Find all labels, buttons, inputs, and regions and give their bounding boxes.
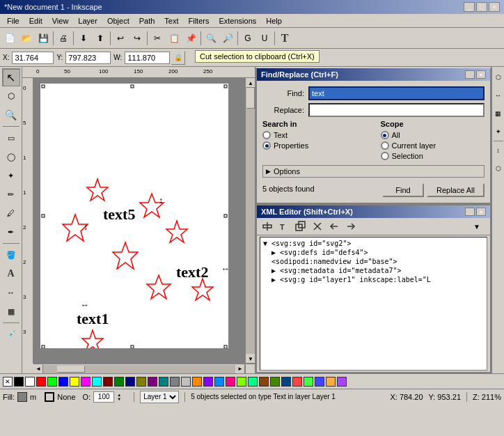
scroll-down-button[interactable]: ▼ (246, 354, 255, 364)
color-lavender[interactable] (337, 377, 347, 387)
find-button[interactable]: Find (382, 183, 424, 197)
expand-defs[interactable]: ▶ (271, 249, 280, 256)
star-tool[interactable]: ✦ (2, 166, 20, 185)
xml-tree[interactable]: ▼ <svg:svg id="svg2"> ▶ <svg:defs id="de… (260, 237, 487, 371)
xml-new-element[interactable] (260, 219, 275, 233)
color-red[interactable] (36, 377, 46, 387)
gradient-tool[interactable]: ▦ (2, 302, 20, 320)
find-input[interactable] (308, 86, 485, 100)
menu-filters[interactable]: Filters (184, 16, 214, 26)
selection-radio[interactable] (381, 152, 389, 160)
fill-tool[interactable]: 🪣 (2, 246, 20, 264)
minimize-button[interactable]: _ (464, 2, 475, 12)
find-replace-close[interactable]: × (476, 70, 486, 79)
no-color-swatch[interactable]: ✕ (3, 377, 13, 387)
xml-editor-close[interactable]: × (476, 208, 486, 216)
lock-button[interactable]: 🔒 (171, 51, 185, 65)
y-input[interactable] (65, 52, 111, 64)
xml-editor-minimize[interactable]: _ (465, 208, 475, 216)
pencil-tool[interactable]: ✏ (2, 185, 20, 203)
scroll-right-button[interactable]: ► (235, 364, 245, 374)
right-tool-2[interactable]: ↔ (494, 87, 503, 104)
w-input[interactable] (125, 52, 170, 64)
scroll-up-button[interactable]: ▲ (246, 78, 255, 88)
color-orange[interactable] (192, 377, 202, 387)
layer-selector[interactable]: Layer 1 (140, 391, 179, 403)
text-radio[interactable] (262, 131, 271, 139)
xml-unindent[interactable] (326, 219, 342, 233)
open-button[interactable]: 📂 (18, 30, 35, 47)
color-silver[interactable] (181, 377, 191, 387)
new-button[interactable]: 📄 (1, 30, 18, 47)
color-navy[interactable] (125, 377, 135, 387)
text-tool-btn[interactable]: T (276, 30, 293, 47)
menu-help[interactable]: Help (262, 16, 286, 26)
xml-node-metadata[interactable]: ▶ <svg:metadata id="metadata7"> (262, 266, 485, 275)
selector-tool[interactable]: ↖ (2, 68, 20, 86)
color-white[interactable] (25, 377, 35, 387)
ungroup-button[interactable]: U (256, 30, 273, 47)
color-maroon[interactable] (103, 377, 113, 387)
color-lightred[interactable] (292, 377, 302, 387)
xml-node-defs[interactable]: ▶ <svg:defs id="defs4"> (262, 248, 485, 257)
zoom-out-button[interactable]: 🔎 (219, 30, 236, 47)
color-magenta[interactable] (81, 377, 90, 387)
redo-button[interactable]: ↪ (129, 30, 145, 47)
color-olive[interactable] (136, 377, 146, 387)
color-lightgreen[interactable] (304, 377, 313, 387)
x-input[interactable] (12, 52, 54, 64)
menu-object[interactable]: Object (103, 16, 134, 26)
eyedropper-tool[interactable]: 💉 (2, 325, 20, 343)
save-button[interactable]: 💾 (35, 30, 52, 47)
properties-radio[interactable] (262, 141, 271, 150)
color-darkblue2[interactable] (281, 377, 291, 387)
color-pink[interactable] (226, 377, 235, 387)
pen-tool[interactable]: 🖊 (2, 204, 20, 222)
connector-tool[interactable]: ↔ (2, 283, 20, 302)
menu-text[interactable]: Text (160, 16, 182, 26)
right-tool-4[interactable]: ✦ (494, 123, 503, 140)
right-tool-6[interactable]: ⬡ (494, 160, 503, 177)
right-tool-5[interactable]: ↕ (494, 142, 503, 159)
xml-node-layer[interactable]: ▶ <svg:g id="layer1" inkscape:label="L (262, 275, 485, 284)
xml-node-namedview[interactable]: <sodipodi:namedview id="base"> (262, 257, 485, 266)
color-skyblue[interactable] (214, 377, 224, 387)
rect-tool[interactable]: ▭ (2, 129, 20, 147)
color-gray[interactable] (170, 377, 180, 387)
xml-dropdown[interactable]: ▼ (466, 219, 487, 233)
calligraphy-tool[interactable]: ✒ (2, 223, 20, 241)
expand-metadata[interactable]: ▶ (271, 267, 280, 274)
color-darkgreen[interactable] (270, 377, 280, 387)
xml-indent[interactable] (343, 219, 359, 233)
color-black[interactable] (14, 377, 24, 387)
all-radio[interactable] (381, 131, 389, 139)
expand-svg[interactable]: ▼ (263, 240, 271, 247)
node-tool[interactable]: ⬡ (2, 87, 20, 105)
scroll-track-v[interactable] (246, 88, 255, 354)
current-layer-radio[interactable] (381, 141, 389, 150)
xml-node-svg[interactable]: ▼ <svg:svg id="svg2"> (262, 239, 485, 248)
opacity-input[interactable] (93, 391, 114, 403)
scroll-track-h[interactable] (43, 365, 235, 373)
color-cyan[interactable] (92, 377, 102, 387)
xml-new-text[interactable]: T (276, 219, 292, 233)
import-button[interactable]: ⬇ (75, 30, 92, 47)
canvas-area[interactable]: text5 text2 text1 text3 text4 ↕ ↔ ↔ ↕ ↔ … (33, 78, 245, 364)
right-tool-1[interactable]: ⬡ (494, 69, 503, 86)
find-replace-minimize[interactable]: _ (465, 70, 475, 79)
color-peach[interactable] (326, 377, 336, 387)
menu-file[interactable]: File (3, 16, 24, 26)
scroll-left-button[interactable]: ◄ (33, 364, 43, 374)
color-green[interactable] (114, 377, 124, 387)
options-expandable[interactable]: ▶ Options (262, 165, 485, 178)
copy-button[interactable]: 📋 (166, 30, 182, 47)
menu-layer[interactable]: Layer (74, 16, 102, 26)
replace-all-button[interactable]: Replace All (427, 183, 485, 197)
expand-layer[interactable]: ▶ (271, 276, 280, 283)
color-lime[interactable] (47, 377, 57, 387)
menu-extensions[interactable]: Extensions (214, 16, 260, 26)
menu-path[interactable]: Path (135, 16, 159, 26)
undo-button[interactable]: ↩ (112, 30, 129, 47)
color-chartreuse[interactable] (237, 377, 246, 387)
color-violet[interactable] (203, 377, 213, 387)
